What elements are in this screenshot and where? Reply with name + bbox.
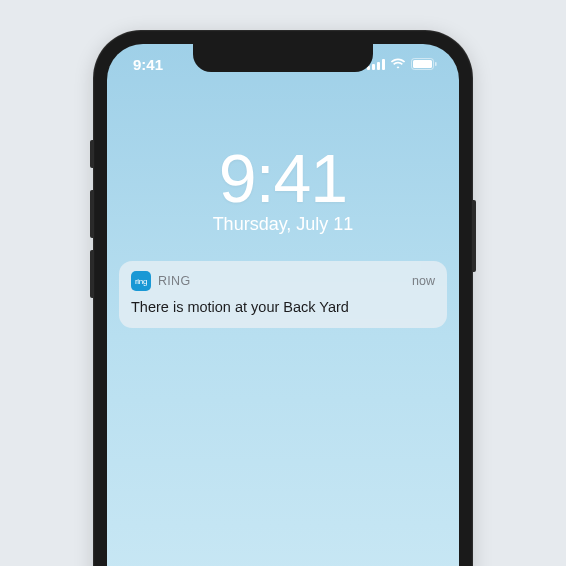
lock-screen[interactable]: 9:41 xyxy=(107,44,459,566)
lock-screen-time: 9:41 xyxy=(107,144,459,212)
phone-frame: 9:41 xyxy=(93,30,473,566)
svg-rect-2 xyxy=(377,62,380,70)
svg-rect-1 xyxy=(372,64,375,70)
ring-app-icon: ring xyxy=(131,271,151,291)
volume-down-button xyxy=(90,250,93,298)
lock-content: 9:41 Thursday, July 11 ring RING now The… xyxy=(107,44,459,328)
notification-app-name: RING xyxy=(158,274,405,288)
lock-screen-date: Thursday, July 11 xyxy=(107,214,459,235)
side-button xyxy=(473,200,476,272)
notification-card[interactable]: ring RING now There is motion at your Ba… xyxy=(119,261,447,328)
wifi-icon xyxy=(390,58,406,70)
status-bar-time: 9:41 xyxy=(133,56,163,73)
volume-up-button xyxy=(90,190,93,238)
svg-rect-3 xyxy=(382,59,385,70)
notification-message: There is motion at your Back Yard xyxy=(131,298,435,316)
svg-rect-6 xyxy=(435,62,437,66)
notification-header: ring RING now xyxy=(131,271,435,291)
notification-time: now xyxy=(412,274,435,288)
mute-switch xyxy=(90,140,93,168)
battery-icon xyxy=(411,58,437,70)
notch xyxy=(193,44,373,72)
status-bar-icons xyxy=(367,58,437,70)
svg-rect-5 xyxy=(413,60,432,68)
